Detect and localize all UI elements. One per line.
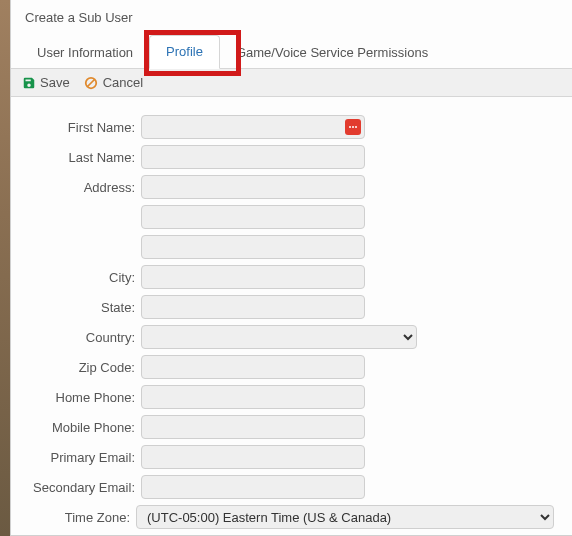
primary-email-label: Primary Email:: [29, 450, 141, 465]
save-icon: [21, 75, 36, 90]
zip-input[interactable]: [141, 355, 365, 379]
create-sub-user-panel: Create a Sub User User Information Profi…: [10, 0, 572, 536]
address-line2-input[interactable]: [141, 205, 365, 229]
address-line1-input[interactable]: [141, 175, 365, 199]
home-phone-input[interactable]: [141, 385, 365, 409]
last-name-label: Last Name:: [29, 150, 141, 165]
state-input[interactable]: [141, 295, 365, 319]
first-name-input[interactable]: [141, 115, 365, 139]
first-name-label: First Name:: [29, 120, 141, 135]
profile-form: First Name: Last Name: Address: City:: [11, 97, 572, 536]
mobile-phone-label: Mobile Phone:: [29, 420, 141, 435]
primary-email-input[interactable]: [141, 445, 365, 469]
city-label: City:: [29, 270, 141, 285]
cancel-label: Cancel: [103, 75, 143, 90]
last-name-input[interactable]: [141, 145, 365, 169]
tab-label: Game/Voice Service Permissions: [236, 45, 428, 60]
tab-user-information[interactable]: User Information: [21, 37, 149, 69]
country-label: Country:: [29, 330, 141, 345]
panel-title: Create a Sub User: [11, 0, 572, 33]
tab-label: User Information: [37, 45, 133, 60]
home-phone-label: Home Phone:: [29, 390, 141, 405]
svg-line-1: [88, 79, 95, 86]
required-icon: [345, 119, 361, 135]
tab-permissions[interactable]: Game/Voice Service Permissions: [220, 37, 444, 69]
city-input[interactable]: [141, 265, 365, 289]
time-zone-select[interactable]: (UTC-05:00) Eastern Time (US & Canada): [136, 505, 554, 529]
state-label: State:: [29, 300, 141, 315]
secondary-email-input[interactable]: [141, 475, 365, 499]
toolbar: Save Cancel: [11, 69, 572, 97]
mobile-phone-input[interactable]: [141, 415, 365, 439]
tabs: User Information Profile Game/Voice Serv…: [11, 33, 572, 69]
address-label: Address:: [29, 180, 141, 195]
address-line3-input[interactable]: [141, 235, 365, 259]
secondary-email-label: Secondary Email:: [29, 480, 141, 495]
save-button[interactable]: Save: [21, 75, 70, 90]
save-label: Save: [40, 75, 70, 90]
tab-label: Profile: [166, 44, 203, 59]
time-zone-label: Time Zone:: [29, 510, 136, 525]
tab-profile[interactable]: Profile: [149, 35, 220, 69]
zip-label: Zip Code:: [29, 360, 141, 375]
cancel-icon: [84, 75, 99, 90]
cancel-button[interactable]: Cancel: [84, 75, 143, 90]
country-select[interactable]: [141, 325, 417, 349]
